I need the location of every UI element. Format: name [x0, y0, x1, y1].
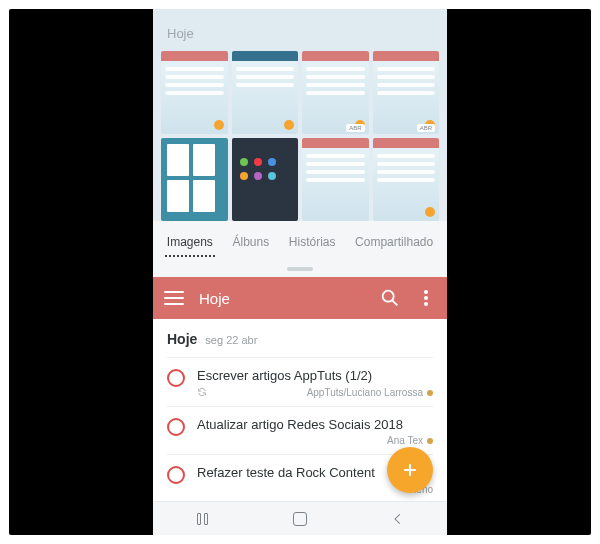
gallery-thumb[interactable]: ABR — [302, 51, 369, 134]
gallery-header: Hoje — [153, 9, 447, 47]
task-project: Ana Tex — [387, 435, 433, 446]
todo-toolbar: Hoje — [153, 277, 447, 319]
recents-button[interactable] — [182, 509, 222, 529]
menu-button[interactable] — [163, 287, 185, 309]
task-title: Escrever artigos AppTuts (1/2) — [197, 368, 433, 384]
tab-albuns[interactable]: Álbuns — [230, 225, 271, 257]
add-task-fab[interactable] — [387, 447, 433, 493]
task-checkbox[interactable] — [167, 369, 185, 387]
gallery-thumb[interactable] — [161, 138, 228, 221]
gallery-title: Hoje — [167, 26, 194, 41]
gallery-thumb[interactable] — [232, 138, 299, 221]
split-screen-handle[interactable] — [153, 261, 447, 277]
gallery-thumb[interactable]: ABR — [373, 51, 440, 134]
project-color-dot — [427, 390, 433, 396]
gallery-thumb[interactable] — [161, 51, 228, 134]
gallery-tabs: Imagens Álbuns Histórias Compartilhado — [153, 221, 447, 261]
task-checkbox[interactable] — [167, 466, 185, 484]
kebab-icon — [424, 290, 428, 306]
month-tag: ABR — [346, 124, 364, 132]
section-header: Hoje seg 22 abr — [167, 331, 433, 347]
gallery-thumb[interactable] — [302, 138, 369, 221]
recents-icon — [197, 513, 208, 525]
task-checkbox[interactable] — [167, 418, 185, 436]
section-title: Hoje — [167, 331, 197, 347]
search-button[interactable] — [379, 287, 401, 309]
gallery-thumb[interactable] — [373, 138, 440, 221]
back-button[interactable] — [378, 509, 418, 529]
task-row[interactable]: Atualizar artigo Redes Sociais 2018 Ana … — [167, 406, 433, 455]
plus-icon — [400, 460, 420, 480]
svg-point-0 — [383, 291, 394, 302]
task-project: AppTuts/Luciano Larrossa — [307, 387, 433, 398]
home-button[interactable] — [280, 509, 320, 529]
gallery-thumbnail-grid[interactable]: ABR ABR — [153, 47, 447, 221]
overflow-button[interactable] — [415, 287, 437, 309]
tab-imagens[interactable]: Imagens — [165, 225, 215, 257]
tab-compartilhado[interactable]: Compartilhado — [353, 225, 435, 257]
search-icon — [379, 287, 401, 309]
svg-line-1 — [392, 300, 397, 305]
hamburger-icon — [164, 291, 184, 305]
gallery-thumb[interactable] — [232, 51, 299, 134]
drag-handle-icon — [287, 267, 313, 271]
gallery-app-pane: Hoje ABR ABR Imagens Álbuns Histórias Co… — [153, 9, 447, 261]
back-icon — [391, 512, 405, 526]
home-icon — [293, 512, 307, 526]
month-tag: ABR — [417, 124, 435, 132]
android-navbar — [153, 501, 447, 535]
section-subtitle: seg 22 abr — [205, 334, 257, 346]
screenshot-frame: Hoje ABR ABR Imagens Álbuns Histórias Co… — [9, 9, 591, 535]
tab-historias[interactable]: Histórias — [287, 225, 338, 257]
todo-toolbar-title: Hoje — [199, 290, 365, 307]
sync-icon — [197, 387, 207, 397]
phone-screen: Hoje ABR ABR Imagens Álbuns Histórias Co… — [153, 9, 447, 535]
project-color-dot — [427, 438, 433, 444]
task-title: Atualizar artigo Redes Sociais 2018 — [197, 417, 433, 433]
task-row[interactable]: Escrever artigos AppTuts (1/2) AppTuts/L… — [167, 357, 433, 406]
todo-app-pane: Hoje Hoje seg 22 abr Escrever artigos Ap… — [153, 277, 447, 535]
